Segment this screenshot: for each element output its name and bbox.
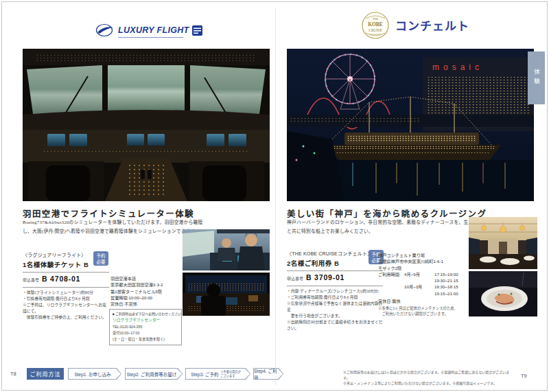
schedule-time: 17:15~19:00 [434, 271, 467, 277]
luxury-flight-logo: LUXURY FLIGHT [95, 23, 202, 38]
order-number-label: 申込番号 [287, 275, 303, 281]
schedule-time: 19:15~21:00 [434, 290, 467, 297]
venue-note: ※冬季に1ヶ月ほど船体のメンテナンスのため、 ご利用いただけない期間がございます… [378, 305, 467, 316]
right-description: 神戸ハーバーランドのロケーション、非日常的な空間、素敵なディナーコースを、生演奏… [287, 218, 480, 235]
step-label: Step3. ご予約 [191, 371, 218, 378]
offer-note: ・体験(フライトシミュレーター)約60分 [23, 290, 109, 296]
footer-notes: ※ご利用券等のお届けには1ヶ月ほどかかる場合がございます。※混雑時はご希望に添え… [343, 369, 515, 386]
catalog-spread: LUXURY FLIGHT [1, 1, 548, 391]
offer-notes: ・内容:ディナークルーズ(フレンチコース)(約105分) ・ご利用券有効期限:発… [287, 288, 383, 332]
offer-note: ・内容:ディナークルーズ(フレンチコース)(約105分) [287, 288, 383, 295]
right-description-line: と共に特別な船上でお楽しみください。 [287, 227, 480, 236]
step-label: Step4. ご利用 [254, 367, 279, 381]
order-number-row: 申込番号 B 4708-01 [23, 273, 109, 284]
schedule-row: ご利用時間: 4月~9月 17:15~19:00 [378, 271, 467, 277]
brand-tagline-rule [118, 37, 183, 38]
schedule-time: 19:30~21:15 [434, 277, 467, 284]
left-title: 羽田空港でフライトシミュレーター体験 [23, 210, 194, 219]
concerto-logo: コンチェルト [395, 21, 469, 32]
category-tab-experience: 体験 [528, 51, 545, 104]
schedule-row: 19:30~21:15 [378, 277, 467, 284]
page-number-right: T9 [521, 373, 527, 379]
page-divider [275, 8, 276, 385]
dinner-plate-photo [469, 271, 537, 316]
rule [23, 287, 109, 288]
offer-note: ※気象状況や点検等で予告なく運休または運航内容の変 [287, 301, 383, 313]
right-description-line: 神戸ハーバーランドのロケーション、非日常的な空間、素敵なディナーコースを、生演奏 [287, 218, 480, 227]
gift-center-contact-box: ■ ご利用時は必ず下記へお問い合わせください リロクラブギフトセンター TEL:… [109, 309, 182, 345]
schedule-row: 19:15~21:00 [378, 290, 467, 297]
step-note-line: ※不要の場合が [220, 370, 240, 373]
venue-note-line: ご利用いただけない期間がございます。 [378, 311, 467, 316]
reservation-required-badge: 予約 必要 [93, 251, 108, 266]
schedule-period: 4月~9月 [404, 271, 428, 277]
venue-hours: 営業時間:10:00~20:00 [110, 295, 183, 301]
venue-address: 東京都大田区羽田空港3-3-2 [110, 281, 183, 288]
venue-name: 神戸コンチェルト乗り場 [378, 252, 467, 258]
left-venue-info: 羽田空港本店 東京都大田区羽田空港3-3-2 第1旅客ターミナルビル5階 営業時… [110, 275, 183, 307]
offer-notes: ・体験(フライトシミュレーター)約60分 ・引換券有効期限:発行日より6ヶ月間 … [23, 290, 109, 321]
right-title: 美しい街「神戸」を海から眺めるクルージング [287, 210, 487, 219]
contact-name: リロクラブギフトセンター [113, 317, 178, 324]
hours-label: ご利用時間: [378, 271, 404, 277]
order-number-row: 申込番号 B 3709-01 [287, 271, 383, 283]
flag-mark-icon [192, 25, 202, 36]
offer-note: 更を行う場合がございます。 [287, 313, 383, 319]
contact-note: (土・日・祝日・年末年始を除く) [113, 336, 178, 343]
step-note-line: ございます [220, 374, 240, 378]
order-number-value: B 4708-01 [42, 275, 80, 283]
schedule-period: 10月~3月 [404, 284, 428, 290]
venue-closed: 定休日:不定休 [110, 301, 183, 307]
step-3-reserve: Step3. ご予約 ※不要の場合が ございます [185, 368, 250, 380]
step-2-delivery: Step2. ご利用券等お届け [125, 368, 183, 380]
offer-note: ・引換券有効期限:発行日より6ヶ月間 [23, 296, 109, 302]
cockpit-photo [23, 49, 270, 201]
offer-note: ・ご利用券有効期限:発行日より6ヶ月間 [287, 295, 383, 301]
step-label: Step1. お申し込み [74, 371, 110, 378]
venue-closed: 定休日:無休 [378, 298, 467, 304]
footer-note-line: ※天災・メンテナンス等によりご利用いただけない場合がございます。※掲載写真はイメ… [343, 380, 515, 386]
venue-address: 兵庫県神戸市中央区東川崎町1-6-1 [378, 258, 467, 264]
badge-line: 予約 [93, 253, 108, 260]
dining-room-photo [469, 217, 537, 269]
contact-heading: ■ ご利用時は必ず下記へお問い合わせください [113, 312, 178, 317]
schedule-time: 16:30~18:15 [434, 284, 467, 290]
brand-text-block: LUXURY FLIGHT [118, 23, 189, 38]
simulator-day-photo [183, 229, 270, 270]
step-4-use: Step4. ご利用 [253, 368, 283, 380]
order-number-label: 申込番号 [23, 277, 39, 283]
offer-note: ※出航時刻の30分前までに乗船手続きをお済ませください。 [287, 319, 383, 332]
step-note: ※不要の場合が ございます [220, 370, 240, 378]
kobe-cruise-crest-icon: THE KOBE CRUISE [360, 10, 391, 43]
category-tab-label: 体験 [533, 69, 541, 87]
crest-text: CRUISE [369, 28, 382, 32]
contact-tel: TEL:0120-924-355 [113, 324, 178, 330]
venue-note-line: ※冬季に1ヶ月ほど船体のメンテナンスのため、 [378, 305, 467, 311]
order-number-value: B 3709-01 [306, 273, 344, 281]
brand-name: LUXURY FLIGHT [118, 25, 189, 35]
mosaic-sign: mosaic [432, 62, 483, 72]
schedule-row: 10月~3月 16:30~18:15 [378, 284, 467, 290]
footer-note-line: ※ご利用券等のお届けには1ヶ月ほどかかる場合がございます。※混雑時はご希望に添え… [343, 369, 515, 380]
contact-reception: 受付10:00~17:00 [113, 330, 178, 336]
crest-text: THE [373, 17, 379, 21]
badge-line: 必要 [93, 260, 108, 266]
crest-text: KOBE [368, 21, 383, 27]
offer-note: 体験引換券をご持参の上、ご利用ください。 [23, 314, 109, 321]
step-1-apply: Step1. お申し込み [68, 368, 121, 380]
venue-name: 羽田空港本店 [110, 275, 183, 281]
plane-circle-icon [95, 23, 115, 38]
usage-method-label: ご利用方法 [27, 368, 64, 380]
kobe-harbor-night-photo: mosaic [287, 49, 534, 201]
venue-address: 第1旅客ターミナルビル5階 [110, 288, 183, 295]
venue-address: モザイク2階 [378, 265, 467, 271]
simulator-night-photo [183, 273, 270, 316]
step-label: Step2. ご利用券等お届け [127, 371, 177, 378]
left-description-line: Boeing737&Airbus320のシミュレーターを体験していただけます。羽… [23, 218, 216, 227]
page-number-left: T8 [10, 371, 16, 377]
offer-note: ※ご予約は、リロクラブギフトセンターへお電話にて。 [23, 302, 109, 314]
rule [287, 286, 383, 286]
right-venue-info: 神戸コンチェルト乗り場 兵庫県神戸市中央区東川崎町1-6-1 モザイク2階 ご利… [378, 252, 467, 317]
